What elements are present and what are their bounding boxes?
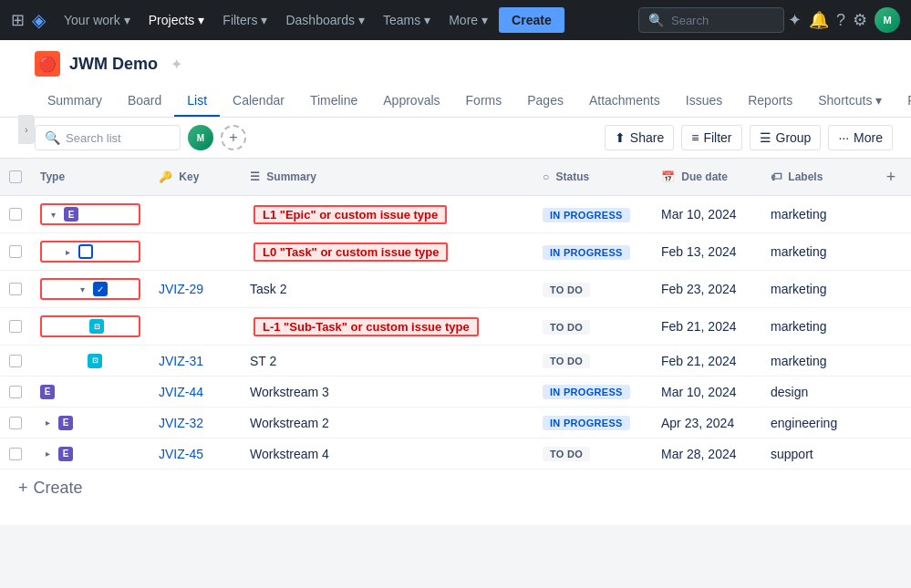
status-badge[interactable]: IN PROGRESS [543,385,630,399]
issue-summary[interactable]: L-1 "Sub-Task" or custom issue type [241,308,533,346]
row-checkbox[interactable] [9,320,22,333]
tab-issues[interactable]: Issues [673,86,735,117]
issue-summary[interactable]: L0 "Task" or custom issue type [241,233,533,271]
your-work-nav[interactable]: Your work ▾ [57,7,138,33]
status-badge[interactable]: IN PROGRESS [543,416,630,430]
row-checkbox[interactable] [9,417,22,429]
label-value: design [761,377,871,407]
add-member-button[interactable]: + [221,125,246,150]
due-date: Feb 21, 2024 [652,308,761,346]
issue-summary[interactable]: Workstream 3 [241,377,533,407]
issue-key[interactable]: JVIZ-29 [150,271,241,308]
search-list-input[interactable]: 🔍 Search list [35,125,181,150]
group-button[interactable]: ☰ Group [750,125,822,150]
expand-button[interactable]: ▸ [60,244,75,259]
issue-summary[interactable]: Workstream 4 [241,438,533,469]
task-check-icon[interactable] [93,282,108,296]
nav-utilities: ✦ 🔔 ? ⚙ M [788,7,900,33]
table-row: ▸ E JVIZ-45 Workstream 4 TO DO Mar 28, 2… [0,438,911,469]
issue-key[interactable]: JVIZ-45 [150,438,241,469]
tab-pages[interactable]: Pages [514,86,576,117]
row-checkbox[interactable] [9,283,22,295]
chevron-down-icon: ▾ [424,13,430,27]
tab-summary[interactable]: Summary [35,86,115,117]
tab-calendar[interactable]: Calendar [220,86,297,117]
filters-nav[interactable]: Filters ▾ [215,7,274,33]
more-options-button[interactable]: ··· More [828,125,893,150]
star-icon[interactable]: ✦ [171,56,182,73]
annotation-label: L0 "Task" or custom issue type [254,242,448,262]
projects-nav[interactable]: Projects ▾ [141,7,212,33]
create-button[interactable]: Create [499,7,564,33]
tab-timeline[interactable]: Timeline [297,86,370,117]
tab-forms[interactable]: Forms [453,86,515,117]
issue-summary[interactable]: L1 "Epic" or custom issue type [241,196,533,233]
due-date: Mar 28, 2024 [652,438,761,469]
status-badge[interactable]: TO DO [543,283,590,297]
tab-shortcuts[interactable]: Shortcuts ▾ [805,86,895,117]
status-badge[interactable]: IN PROGRESS [543,245,630,260]
issue-summary[interactable]: Task 2 [241,271,533,308]
ellipsis-icon: ··· [838,130,849,145]
label-value: marketing [761,233,871,271]
tab-approvals[interactable]: Approvals [370,86,452,117]
expand-button[interactable]: ▸ [40,416,55,430]
issue-key[interactable]: JVIZ-44 [150,377,241,407]
tab-attachments[interactable]: Attachments [576,86,673,117]
jira-logo[interactable]: ◈ [32,9,46,31]
row-checkbox[interactable] [9,208,22,221]
status-column-header[interactable]: ○ Status [533,159,652,196]
settings-icon[interactable]: ⚙ [853,10,867,30]
row-checkbox[interactable] [9,448,22,460]
tab-reports[interactable]: Reports [735,86,805,117]
task-check-icon[interactable] [78,244,93,259]
member-avatar[interactable]: M [188,125,213,150]
expand-button[interactable]: ▾ [75,282,89,296]
select-all-checkbox[interactable] [9,170,22,183]
issue-key [150,233,241,271]
more-nav[interactable]: More ▾ [441,7,495,33]
user-avatar[interactable]: M [875,7,900,33]
share-button[interactable]: ⬆ Share [605,125,674,150]
expand-button[interactable]: ▸ [40,447,55,461]
tab-board[interactable]: Board [115,86,174,117]
grid-icon[interactable]: ⊞ [11,10,25,30]
due-date-column-header[interactable]: 📅 Due date [652,159,761,196]
help-icon[interactable]: ? [836,11,845,30]
create-issue-button[interactable]: + Create [0,469,911,507]
issue-summary[interactable]: Workstream 2 [241,407,533,438]
tab-list[interactable]: List [174,86,220,117]
status-badge[interactable]: IN PROGRESS [543,208,630,222]
due-date: Feb 23, 2024 [652,271,761,308]
row-checkbox[interactable] [9,245,22,258]
status-badge[interactable]: TO DO [543,320,590,335]
row-checkbox[interactable] [9,386,22,398]
expand-button[interactable]: ▾ [46,207,60,222]
key-column-header[interactable]: 🔑 Key [150,159,241,196]
issue-key[interactable]: JVIZ-32 [150,407,241,438]
label-value: marketing [761,271,871,308]
issue-key[interactable]: JVIZ-31 [150,346,241,377]
type-column-header[interactable]: Type [31,159,150,196]
filter-button[interactable]: ≡ Filter [681,125,741,150]
notifications-icon[interactable]: 🔔 [809,10,829,30]
automation-icon[interactable]: ✦ [788,10,802,30]
project-tabs: Summary Board List Calendar Timeline App… [18,86,893,117]
tab-project-settings[interactable]: Project settings [895,86,911,117]
add-column-button[interactable]: + [880,166,902,188]
sidebar-toggle[interactable]: › [18,115,35,144]
top-navigation: ⊞ ◈ Your work ▾ Projects ▾ Filters ▾ Das… [0,0,911,40]
global-search[interactable]: 🔍 Search [638,7,784,33]
group-icon: ☰ [760,130,771,145]
teams-nav[interactable]: Teams ▾ [376,7,438,33]
chevron-down-icon: ▾ [124,13,130,27]
dashboards-nav[interactable]: Dashboards ▾ [278,7,372,33]
labels-column-header[interactable]: 🏷 Labels [761,159,871,196]
subtask-type-icon: ⊡ [89,319,104,334]
status-badge[interactable]: TO DO [543,447,590,461]
issue-summary[interactable]: ST 2 [241,346,533,377]
row-checkbox[interactable] [9,355,22,367]
label-value: marketing [761,346,871,377]
status-badge[interactable]: TO DO [543,354,590,368]
summary-column-header[interactable]: ☰ Summary [241,159,533,196]
